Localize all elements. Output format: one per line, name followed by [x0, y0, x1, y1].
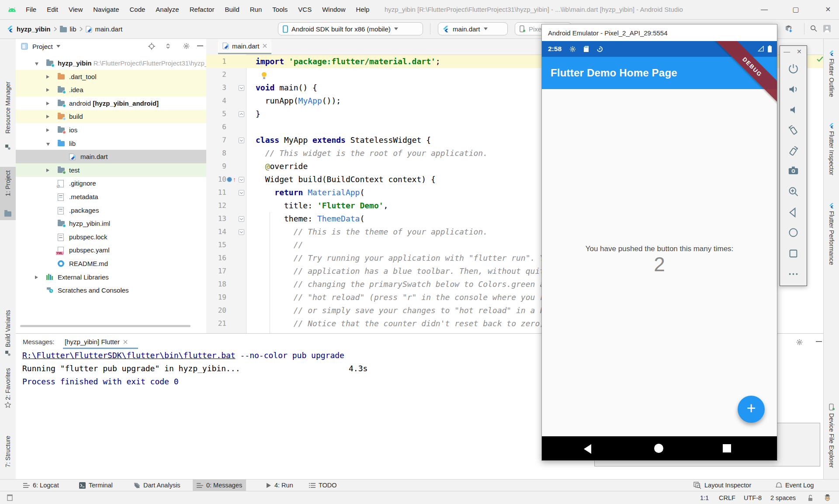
menu-view[interactable]: View: [63, 0, 88, 19]
tool-window-button-layout-inspector[interactable]: Layout Inspector: [690, 480, 755, 491]
hide-panel-icon[interactable]: [816, 341, 822, 342]
tool-stripe-build-variants[interactable]: Build Variants: [0, 277, 16, 347]
close-icon[interactable]: [123, 340, 128, 344]
run-configuration-selector[interactable]: main.dart: [438, 22, 508, 35]
tool-stripe-icon[interactable]: [5, 145, 10, 150]
tool-stripe-2-favorites[interactable]: 2: Favorites: [0, 361, 16, 400]
tree-item-gitignore[interactable]: .gitignore: [16, 176, 206, 190]
horizontal-scrollbar[interactable]: [20, 325, 191, 327]
emulator-rotate-left-button[interactable]: [787, 124, 799, 136]
code-line-4[interactable]: runApp(MyApp());: [256, 94, 341, 107]
tree-collapse-arrow-icon[interactable]: [35, 62, 38, 66]
tree-item-packages[interactable]: .packages: [16, 204, 206, 217]
inspections-widget-icon[interactable]: [824, 494, 831, 501]
code-line-1[interactable]: import 'package:flutter/material.dart';: [256, 55, 440, 68]
menu-help[interactable]: Help: [351, 0, 375, 19]
tree-item-android[interactable]: android [hyzp_yibin_android]: [16, 97, 206, 110]
device-selector[interactable]: Android SDK built for x86 (mobile): [278, 22, 423, 35]
window-close-button[interactable]: ✕: [821, 0, 836, 19]
tree-expand-arrow-icon[interactable]: [35, 276, 38, 279]
tool-window-button-dart-analysis[interactable]: Dart Analysis: [130, 480, 184, 491]
tool-stripe-1-project[interactable]: 1: Project: [0, 167, 16, 220]
emulator-volume-up-button[interactable]: [787, 83, 799, 95]
tree-item-ios[interactable]: ios: [16, 123, 206, 137]
tree-item-test[interactable]: test: [16, 163, 206, 177]
tree-item-idea[interactable]: .idea: [16, 83, 206, 97]
chevron-down-icon[interactable]: [56, 45, 60, 48]
tree-item-external-libraries[interactable]: External Libraries: [16, 270, 206, 284]
tool-window-toggle-icon[interactable]: [7, 494, 13, 501]
tree-expand-arrow-icon[interactable]: [46, 88, 49, 92]
code-line-2[interactable]: [256, 68, 267, 81]
tree-item-build[interactable]: build: [16, 110, 206, 123]
emulator-volume-down-button[interactable]: [787, 104, 799, 116]
menu-code[interactable]: Code: [124, 0, 150, 19]
tool-stripe-flutter-performance[interactable]: Flutter Performance: [824, 203, 839, 265]
tree-item-readme-md[interactable]: README.md: [16, 257, 206, 270]
nav-home-button[interactable]: [654, 444, 663, 453]
tool-window-button-6-logcat[interactable]: 6: Logcat: [19, 480, 63, 491]
breadcrumb-hyzp-yibin[interactable]: hyzp_yibin: [17, 25, 51, 33]
menu-tools[interactable]: Tools: [267, 0, 293, 19]
tree-item-metadata[interactable]: .metadata: [16, 190, 206, 204]
tool-stripe-flutter-outline[interactable]: Flutter Outline: [824, 51, 839, 97]
fold-marker-icon[interactable]: [239, 177, 244, 183]
menu-run[interactable]: Run: [245, 0, 267, 19]
code-line-14[interactable]: // This is the theme of your application…: [256, 225, 488, 238]
profile-avatar-icon[interactable]: [823, 25, 831, 32]
locate-file-icon[interactable]: [148, 43, 155, 50]
increment-fab-button[interactable]: [738, 396, 765, 423]
favorites-star-icon[interactable]: [5, 402, 11, 408]
menu-vcs[interactable]: VCS: [293, 0, 317, 19]
status-file-encoding[interactable]: UTF-8: [744, 491, 762, 504]
settings-gear-icon[interactable]: [796, 339, 803, 345]
emulator-home-button[interactable]: [787, 227, 799, 238]
menu-file[interactable]: File: [21, 0, 42, 19]
lock-open-icon[interactable]: [808, 494, 813, 501]
tool-window-button-event-log[interactable]: Event Log: [772, 480, 818, 491]
tree-expand-arrow-icon[interactable]: [46, 128, 49, 132]
search-everywhere-icon[interactable]: [810, 25, 817, 32]
fold-marker-icon[interactable]: [239, 216, 244, 222]
tree-item-pubspec-yaml[interactable]: YMLpubspec.yaml: [16, 243, 206, 257]
tool-stripe-device-file-explorer[interactable]: Device File Explorer: [824, 404, 839, 468]
breadcrumb-lib[interactable]: lib: [70, 25, 76, 33]
status-indent-setting[interactable]: 2 spaces: [770, 491, 796, 504]
code-line-5[interactable]: }: [256, 107, 260, 121]
menu-refactor[interactable]: Refactor: [184, 0, 220, 19]
tree-item-hyzp-yibin-iml[interactable]: hyzp_yibin.iml: [16, 217, 206, 230]
fold-marker-icon[interactable]: [239, 85, 244, 91]
tree-item-lib[interactable]: lib: [16, 137, 206, 150]
fold-marker-icon[interactable]: [239, 229, 244, 235]
status-caret-position[interactable]: 1:1: [700, 491, 709, 504]
breadcrumb-main-dart[interactable]: main.dart: [95, 25, 123, 33]
settings-gear-icon[interactable]: [183, 43, 190, 49]
emulator-power-button[interactable]: [787, 63, 799, 75]
tool-window-button-4-run[interactable]: 4: Run: [262, 480, 297, 491]
build-variants-icon[interactable]: [5, 351, 10, 356]
emulator-more-button[interactable]: [787, 268, 799, 280]
fold-marker-icon[interactable]: [239, 138, 244, 143]
tree-item-dart-tool[interactable]: .dart_tool: [16, 70, 206, 83]
hide-panel-icon[interactable]: [197, 45, 203, 47]
window-maximize-button[interactable]: ▢: [788, 0, 803, 19]
code-line-10[interactable]: Widget build(BuildContext context) {: [256, 173, 436, 186]
tree-expand-arrow-icon[interactable]: [46, 115, 49, 118]
close-tab-icon[interactable]: [263, 44, 267, 48]
code-line-11[interactable]: return MaterialApp(: [256, 186, 364, 199]
tree-item-hyzp-yibin[interactable]: hyzp_yibin R:\FlutterProject\FlutterProj…: [16, 56, 206, 70]
intention-bulb-icon[interactable]: [261, 72, 267, 79]
menu-edit[interactable]: Edit: [42, 0, 63, 19]
emulator-zoom-in-button[interactable]: [787, 186, 799, 197]
emulator-camera-button[interactable]: [787, 165, 799, 176]
emulator-close-button[interactable]: ✕: [797, 46, 802, 57]
tree-expand-arrow-icon[interactable]: [46, 102, 49, 105]
emulator-overview-button[interactable]: [787, 248, 799, 259]
override-marker-icon[interactable]: [227, 177, 232, 182]
console-link[interactable]: R:\Flutter\FlutterSDK\flutter\bin\flutte…: [22, 351, 236, 360]
menu-navigate[interactable]: Navigate: [88, 0, 124, 19]
code-line-3[interactable]: void main() {: [256, 81, 317, 94]
fold-marker-icon[interactable]: [239, 190, 244, 196]
tree-item-pubspec-lock[interactable]: pubspec.lock: [16, 230, 206, 244]
tree-item-scratches-and-consoles[interactable]: Scratches and Consoles: [16, 283, 206, 297]
